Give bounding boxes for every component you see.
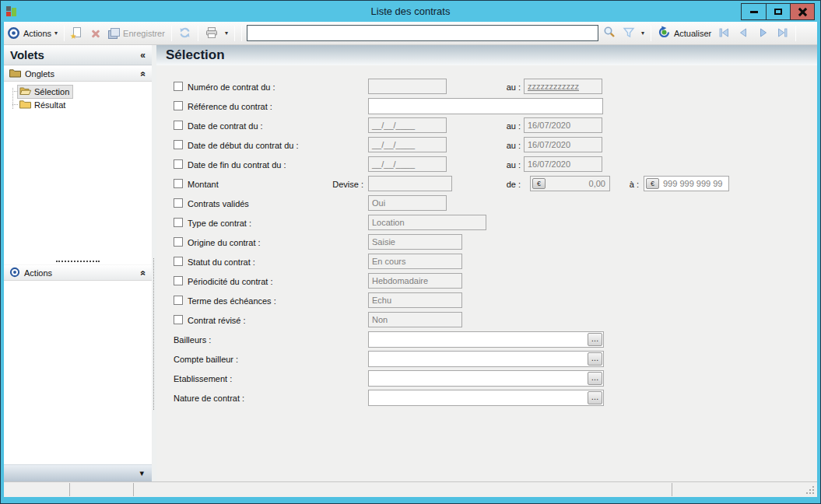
date-debut-to-field[interactable]: 16/07/2020 bbox=[524, 137, 602, 152]
contrats-valides-checkbox[interactable] bbox=[174, 198, 183, 208]
date-fin-from-field[interactable]: __/__/____ bbox=[368, 156, 447, 172]
nav-first-button[interactable] bbox=[714, 25, 734, 42]
search-button[interactable] bbox=[600, 24, 619, 42]
date-contrat-to-field[interactable]: 16/07/2020 bbox=[524, 117, 602, 133]
nav-next-button[interactable] bbox=[753, 25, 773, 42]
maximize-button[interactable] bbox=[766, 4, 790, 19]
contrats-valides-label: Contrats validés bbox=[188, 199, 249, 208]
row-date-fin-contrat: Date de fin du contrat du : __/__/____ a… bbox=[156, 156, 817, 175]
row-nature-contrat: Nature de contrat : … bbox=[156, 389, 817, 408]
euro-currency-icon[interactable]: € bbox=[532, 178, 546, 189]
numero-contrat-checkbox[interactable] bbox=[174, 82, 183, 91]
statut-contrat-checkbox[interactable] bbox=[174, 257, 183, 266]
delete-button[interactable] bbox=[86, 26, 105, 41]
contrat-revise-checkbox[interactable] bbox=[174, 315, 183, 324]
window-title: Liste des contrats bbox=[1, 5, 820, 17]
row-contrat-revise: Contrat révisé : Non bbox=[156, 311, 817, 331]
date-contrat-from-field[interactable]: __/__/____ bbox=[368, 117, 447, 133]
print-button[interactable] bbox=[202, 25, 222, 42]
main-panel-header: Sélection bbox=[156, 45, 817, 65]
devise-field[interactable] bbox=[368, 176, 452, 191]
actualiser-label: Actualiser bbox=[674, 29, 711, 38]
contrats-valides-field[interactable]: Oui bbox=[368, 195, 447, 211]
reference-contrat-field[interactable] bbox=[368, 98, 603, 114]
folder-icon bbox=[9, 68, 21, 79]
montant-a-field[interactable]: € 999 999 999 99 bbox=[644, 176, 729, 191]
numero-contrat-to-field[interactable]: zzzzzzzzzzzz bbox=[524, 79, 602, 94]
origine-contrat-field[interactable]: Saisie bbox=[368, 234, 462, 250]
date-contrat-checkbox[interactable] bbox=[174, 121, 183, 130]
refresh-icon bbox=[178, 26, 191, 40]
periodicite-label: Périodicité du contrat : bbox=[188, 277, 272, 286]
statut-contrat-field[interactable]: En cours bbox=[368, 254, 462, 269]
sidebar: Volets « Onglets « bbox=[4, 45, 152, 481]
tree-item-selection[interactable]: Sélection bbox=[4, 85, 152, 98]
save-button[interactable]: Enregistrer bbox=[105, 26, 168, 40]
type-contrat-label: Type de contrat : bbox=[188, 219, 251, 228]
montant-checkbox[interactable] bbox=[174, 179, 183, 188]
bailleurs-label: Bailleurs : bbox=[174, 335, 211, 345]
onglets-group-header[interactable]: Onglets « bbox=[4, 65, 152, 82]
terme-echeances-field[interactable]: Echu bbox=[368, 292, 462, 308]
row-contrats-valides: Contrats validés Oui bbox=[156, 194, 817, 214]
delete-icon bbox=[91, 29, 100, 38]
etablissement-field[interactable]: … bbox=[368, 370, 604, 387]
maximize-icon bbox=[774, 9, 782, 15]
date-fin-checkbox[interactable] bbox=[174, 159, 183, 169]
row-type-contrat: Type de contrat : Location bbox=[156, 214, 817, 233]
tree-item-resultat-label: Résultat bbox=[34, 100, 65, 110]
contrat-revise-field[interactable]: Non bbox=[368, 312, 462, 327]
new-button[interactable]: ★ bbox=[68, 26, 86, 41]
reference-contrat-checkbox[interactable] bbox=[174, 101, 183, 110]
filter-dropdown-button[interactable]: ▾ bbox=[638, 29, 647, 38]
sidebar-splitter-handle[interactable] bbox=[4, 258, 152, 264]
close-button[interactable] bbox=[790, 4, 814, 19]
numero-contrat-from-field[interactable] bbox=[368, 79, 447, 94]
montant-de-value: 0,00 bbox=[589, 177, 605, 191]
nav-previous-button[interactable] bbox=[734, 25, 753, 42]
periodicite-field[interactable]: Hebdomadaire bbox=[368, 273, 462, 289]
sidebar-bottom-bar[interactable]: ▾ bbox=[4, 464, 152, 481]
sidebar-collapse-icon[interactable]: « bbox=[140, 50, 146, 61]
sidebar-header: Volets « bbox=[4, 45, 152, 65]
filter-button[interactable] bbox=[619, 25, 638, 41]
date-debut-label: Date de début du contrat du : bbox=[188, 141, 299, 150]
sidebar-bottom-caret-icon[interactable]: ▾ bbox=[139, 468, 144, 478]
actions-collapse-icon[interactable]: « bbox=[139, 270, 149, 275]
bailleurs-browse-button[interactable]: … bbox=[588, 333, 602, 346]
sidebar-title: Volets bbox=[10, 48, 140, 61]
compte-bailleur-browse-button[interactable]: … bbox=[588, 352, 602, 366]
print-dropdown-button[interactable]: ▾ bbox=[222, 29, 231, 38]
origine-contrat-label: Origine du contrat : bbox=[188, 238, 261, 247]
date-fin-to-field[interactable]: 16/07/2020 bbox=[524, 156, 602, 172]
open-folder-icon bbox=[19, 86, 31, 97]
terme-echeances-checkbox[interactable] bbox=[174, 296, 183, 305]
nature-contrat-browse-button[interactable]: … bbox=[588, 391, 602, 404]
type-contrat-checkbox[interactable] bbox=[174, 218, 183, 227]
nature-contrat-field[interactable]: … bbox=[368, 390, 604, 406]
bailleurs-field[interactable]: … bbox=[368, 331, 604, 348]
toolbar-separator bbox=[651, 26, 651, 41]
euro-currency-icon[interactable]: € bbox=[646, 178, 659, 189]
origine-contrat-checkbox[interactable] bbox=[174, 237, 183, 247]
minimize-button[interactable] bbox=[742, 4, 766, 19]
type-contrat-field[interactable]: Location bbox=[368, 215, 486, 230]
montant-de-field[interactable]: € 0,00 bbox=[530, 176, 610, 191]
actions-group-header[interactable]: Actions « bbox=[4, 264, 152, 281]
search-input[interactable] bbox=[247, 25, 598, 41]
periodicite-checkbox[interactable] bbox=[174, 276, 183, 285]
nav-first-icon bbox=[717, 26, 731, 40]
onglets-collapse-icon[interactable]: « bbox=[139, 71, 149, 76]
resize-grip[interactable] bbox=[812, 492, 814, 494]
tree-item-resultat[interactable]: Résultat bbox=[4, 98, 152, 111]
nav-last-button[interactable] bbox=[773, 25, 792, 42]
actions-menu-button[interactable]: Actions ▾ bbox=[20, 27, 61, 40]
date-debut-checkbox[interactable] bbox=[174, 140, 183, 149]
refresh-button[interactable] bbox=[175, 25, 195, 42]
etablissement-browse-button[interactable]: … bbox=[588, 372, 602, 385]
nav-next-icon bbox=[756, 26, 770, 40]
date-debut-from-field[interactable]: __/__/____ bbox=[368, 137, 447, 152]
compte-bailleur-field[interactable]: … bbox=[368, 351, 604, 367]
montant-label: Montant bbox=[188, 180, 219, 189]
actualiser-button[interactable]: Actualiser bbox=[654, 24, 714, 42]
